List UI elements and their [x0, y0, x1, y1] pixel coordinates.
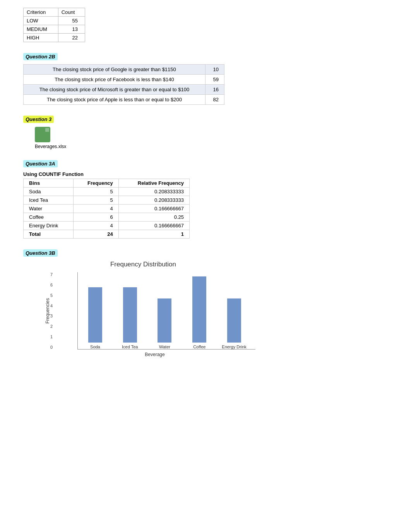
q2b-text-cell: The closing stock price of Google is gre… [24, 65, 206, 75]
rel-cell: 0.25 [118, 213, 189, 222]
file-area: Beverages.xlsx [35, 127, 388, 149]
bar [192, 276, 206, 343]
criterion-cell: HIGH [24, 34, 58, 42]
y-ticks: 0 1 2 3 4 5 6 7 [42, 272, 53, 350]
y-tick: 3 [42, 314, 53, 318]
q2b-count-cell: 59 [205, 75, 224, 85]
freq-cell: 5 [73, 196, 118, 205]
table-row: MEDIUM 13 [24, 25, 85, 34]
count-col-header: Count [58, 8, 85, 17]
bar-group: Iced Tea [113, 287, 147, 349]
bar [158, 298, 171, 343]
rel-cell: 0.208333333 [118, 196, 189, 205]
q2b-count-cell: 10 [205, 65, 224, 75]
bar-label: Water [159, 344, 170, 349]
rel-freq-header: Relative Frequency [118, 179, 189, 188]
chart-title: Frequency Distribution [31, 261, 255, 268]
bar-label: Coffee [193, 344, 206, 349]
y-tick: 7 [42, 272, 53, 277]
q2b-text-cell: The closing stock price of Microsoft is … [24, 85, 206, 95]
freq-cell: 4 [73, 205, 118, 213]
freq-cell: 4 [73, 222, 118, 230]
bar-group: Coffee [182, 276, 217, 349]
total-label: Total [24, 230, 74, 239]
q2b-table: The closing stock price of Google is gre… [23, 64, 224, 105]
q3a-label: Question 3A [23, 160, 58, 167]
x-axis-title: Beverage [54, 352, 255, 357]
bar-label: Energy Drink [222, 344, 247, 349]
criterion-cell: LOW [24, 17, 58, 25]
table-row: The closing stock price of Apple is less… [24, 95, 224, 105]
bins-header: Bins [24, 179, 74, 188]
bin-cell: Energy Drink [24, 222, 74, 230]
bar-label: Soda [90, 344, 100, 349]
count-cell: 55 [58, 17, 85, 25]
table-row: Water 4 0.166666667 [24, 205, 190, 213]
q2b-section: Question 2B The closing stock price of G… [23, 53, 388, 105]
bar-group: Energy Drink [217, 298, 252, 349]
rel-cell: 0.166666667 [118, 205, 189, 213]
y-tick: 4 [42, 304, 53, 308]
table-row: Energy Drink 4 0.166666667 [24, 222, 190, 230]
table-row: LOW 55 [24, 17, 85, 25]
q3b-section: Question 3B Frequency Distribution Frequ… [23, 249, 388, 357]
bin-cell: Coffee [24, 213, 74, 222]
chart-container: Frequency Distribution Frequencies 0 1 2… [31, 261, 255, 357]
table-row: Soda 5 0.208333333 [24, 188, 190, 196]
q3-section: Question 3 Beverages.xlsx [23, 116, 388, 149]
file-icon [35, 127, 50, 142]
count-cell: 13 [58, 25, 85, 34]
q3-label: Question 3 [23, 116, 54, 123]
y-tick: 0 [42, 345, 53, 350]
criterion-section: Criterion Count LOW 55 MEDIUM 13 HIGH 22 [23, 8, 388, 42]
chart-area: SodaIced TeaWaterCoffeeEnergy Drink [77, 272, 255, 350]
q3a-header-row: Bins Frequency Relative Frequency [24, 179, 190, 188]
q2b-text-cell: The closing stock price of Facebook is l… [24, 75, 206, 85]
criterion-cell: MEDIUM [24, 25, 58, 34]
rel-cell: 0.208333333 [118, 188, 189, 196]
bar-label: Iced Tea [122, 344, 138, 349]
bar [123, 287, 137, 343]
freq-cell: 6 [73, 213, 118, 222]
total-row: Total 24 1 [24, 230, 190, 239]
table-row: Coffee 6 0.25 [24, 213, 190, 222]
table-row: The closing stock price of Google is gre… [24, 65, 224, 75]
bin-cell: Water [24, 205, 74, 213]
rel-cell: 0.166666667 [118, 222, 189, 230]
bar-group: Water [147, 298, 182, 349]
q2b-count-cell: 16 [205, 85, 224, 95]
bar [227, 298, 241, 343]
bin-cell: Iced Tea [24, 196, 74, 205]
freq-header: Frequency [73, 179, 118, 188]
criterion-col-header: Criterion [24, 8, 58, 17]
y-tick: 2 [42, 324, 53, 329]
total-freq: 24 [73, 230, 118, 239]
q3a-section: Question 3A Using COUNTIF Function Bins … [23, 160, 388, 239]
q3a-table: Bins Frequency Relative Frequency Soda 5… [23, 179, 190, 239]
table-row: Iced Tea 5 0.208333333 [24, 196, 190, 205]
criterion-header-row: Criterion Count [24, 8, 85, 17]
freq-cell: 5 [73, 188, 118, 196]
table-row: HIGH 22 [24, 34, 85, 42]
q2b-text-cell: The closing stock price of Apple is less… [24, 95, 206, 105]
q2b-label: Question 2B [23, 53, 58, 60]
total-rel: 1 [118, 230, 189, 239]
q2b-count-cell: 82 [205, 95, 224, 105]
y-tick: 1 [42, 334, 53, 339]
bar-group: Soda [78, 287, 113, 349]
table-row: The closing stock price of Facebook is l… [24, 75, 224, 85]
q3a-subtitle: Using COUNTIF Function [23, 171, 388, 177]
q3b-label: Question 3B [23, 249, 58, 257]
criterion-table: Criterion Count LOW 55 MEDIUM 13 HIGH 22 [23, 8, 85, 42]
table-row: The closing stock price of Microsoft is … [24, 85, 224, 95]
bar [88, 287, 102, 343]
count-cell: 22 [58, 34, 85, 42]
y-tick: 5 [42, 293, 53, 298]
bin-cell: Soda [24, 188, 74, 196]
y-tick: 6 [42, 283, 53, 287]
filename: Beverages.xlsx [35, 144, 66, 149]
